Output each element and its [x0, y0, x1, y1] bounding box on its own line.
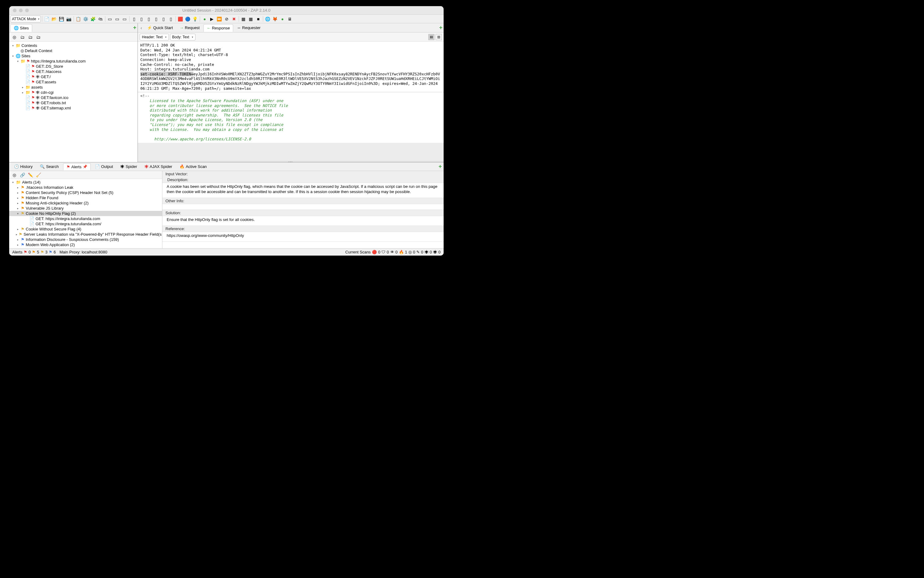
scan-target-icon: ◎ [409, 250, 412, 254]
alert-item[interactable]: ▸⚑ Cookie Without Secure Flag (4) [9, 226, 162, 232]
context-exclude-icon[interactable]: 🗂 [27, 34, 34, 41]
mode-select[interactable]: ATTACK Mode [10, 16, 41, 23]
input-vector-label: Input Vector: [162, 171, 444, 177]
zoom-icon[interactable] [25, 8, 29, 12]
close-icon[interactable] [13, 8, 16, 12]
break-icon[interactable]: ● [201, 16, 208, 23]
tab-sites[interactable]: 🌐 Sites [10, 24, 32, 32]
scan-spider-icon: 🕷 [425, 250, 429, 254]
alert-item[interactable]: ▸⚑ Hidden File Found [9, 195, 162, 200]
reference-text: https://owasp.org/www-community/HttpOnly [162, 232, 444, 242]
flag-yellow-icon: ⚑ [41, 250, 44, 254]
scan-shield-icon: 🛡 [381, 250, 386, 254]
alert-item[interactable]: ▸⚑ Vulnerable JS Library [9, 206, 162, 211]
target-icon[interactable]: ◎ [11, 34, 18, 41]
drop-icon[interactable]: ⊘ [223, 16, 230, 23]
alert-item[interactable]: ▸⚑ Modern Web Application (2) [9, 242, 162, 247]
marketplace-icon[interactable]: 🛍 [97, 16, 104, 23]
tab-search[interactable]: 🔍Search [37, 163, 62, 170]
tab-requester[interactable]: ↔Requester [234, 24, 263, 31]
minimize-icon[interactable] [19, 8, 23, 12]
layout2-icon[interactable]: ▭ [114, 16, 121, 23]
session-properties-icon[interactable]: 📋 [75, 16, 82, 23]
description-label: Description: [162, 177, 444, 183]
bin-icon[interactable]: ✖ [231, 16, 237, 23]
alert-item[interactable]: ▸⚑ Server Leaks Information via "X-Power… [9, 232, 162, 237]
alert-item[interactable]: ▸⚑ .htaccess Information Leak [9, 185, 162, 190]
tab-layout4-icon[interactable]: ▯ [153, 16, 160, 23]
tab-history[interactable]: 🕒History [11, 163, 36, 170]
tab-quick-start[interactable]: ⚡Quick Start [144, 24, 176, 31]
alerts-tree[interactable]: ▾📁 Alerts (14) ▸⚑ .htaccess Information … [9, 179, 162, 248]
tab-active-scan[interactable]: 🔥Active Scan [177, 163, 210, 170]
alert-instance[interactable]: 📄 GET: https://integra.tuturulianda.com/ [9, 221, 162, 226]
tab-layout3-icon[interactable]: ▯ [146, 16, 152, 23]
tab-spider[interactable]: 🕷Spider [117, 163, 140, 170]
main-toolbar: ATTACK Mode 📄 📂 💾 📷 📋 ⚙️ 🧩 🛍 ▭ ▭ ▭ ▯ ▯ ▯… [9, 15, 444, 23]
toggle1-icon[interactable]: ▦ [240, 16, 247, 23]
layout3-icon[interactable]: ▭ [121, 16, 128, 23]
options-icon[interactable]: ⚙️ [83, 16, 89, 23]
step-icon[interactable]: ▶ [209, 16, 216, 23]
tab-alerts[interactable]: ⚑Alerts📌 [63, 163, 91, 170]
continue-icon[interactable]: ⏩ [216, 16, 223, 23]
titlebar: Untitled Session - 20240124-100504 - ZAP… [9, 6, 444, 15]
status-bar: Alerts ⚑0 ⚑5 ⚑3 ⚑6 Main Proxy: localhost… [9, 248, 444, 256]
add-right-tab-icon[interactable]: + [439, 24, 443, 31]
window-controls [13, 8, 29, 12]
splitter[interactable] [138, 161, 444, 162]
alerts-edit-icon[interactable]: ✏️ [27, 172, 34, 179]
flag-red-icon: ⚑ [24, 250, 27, 254]
split-view-icon[interactable]: ▤ [428, 34, 434, 40]
tab-layout1-icon[interactable]: ▯ [131, 16, 138, 23]
alert-item[interactable]: ▸⚑ Information Disclosure - Suspicious C… [9, 237, 162, 242]
hide-tab-icon[interactable]: 🔵 [185, 16, 191, 23]
add-tab-icon[interactable]: + [133, 24, 136, 31]
add-bottom-tab-icon[interactable]: + [438, 163, 442, 170]
alerts-tree-pane: ◎ 🔗 ✏️ 🧹 ▾📁 Alerts (14) ▸⚑ .htaccess Inf… [9, 171, 162, 248]
body-view-select[interactable]: Body: Text [170, 34, 196, 41]
tab-request[interactable]: →Request [177, 24, 203, 31]
sites-tree[interactable]: ▾📁 Contexts ◎ Default Context ▾🌐 Sites ▾… [9, 42, 138, 162]
open-session-icon[interactable]: 📂 [51, 16, 58, 23]
tab-layout6-icon[interactable]: ▯ [168, 16, 174, 23]
show-tab-icon[interactable]: 🟥 [177, 16, 184, 23]
addons-icon[interactable]: 🧩 [90, 16, 97, 23]
tab-ajax-spider[interactable]: 🕷AJAX Spider [141, 163, 175, 170]
toggle2-icon[interactable]: ▦ [248, 16, 254, 23]
hint-icon[interactable]: 💡 [192, 16, 199, 23]
current-scans-label: Current Scans [345, 250, 371, 254]
bottom-panes: 🕒History 🔍Search ⚑Alerts📌 📄Output 🕷Spide… [9, 162, 444, 248]
browser-chrome-icon[interactable]: 🌐 [264, 16, 271, 23]
context-include-icon[interactable]: 🗂 [19, 34, 26, 41]
snapshot-icon[interactable]: 📷 [66, 16, 72, 23]
sites-pane: 🌐 Sites + ◎ 🗂 🗂 🗂 ▾📁 Contexts ◎ Default … [9, 23, 138, 162]
alert-item[interactable]: ▸⚑ Missing Anti-clickjacking Header (2) [9, 200, 162, 206]
window-title: Untitled Session - 20240124-100504 - ZAP… [9, 8, 444, 13]
browser-firefox-icon[interactable]: 🦊 [272, 16, 279, 23]
alert-item[interactable]: ▾⚑ Cookie No HttpOnly Flag (2) [9, 211, 162, 216]
response-body[interactable]: <!-- Licensed to the Apache Software Fou… [138, 92, 444, 143]
alerts-filter-icon[interactable]: 🧹 [35, 172, 42, 179]
layout1-icon[interactable]: ▭ [107, 16, 113, 23]
scan-eye-icon: 👁 [390, 250, 394, 254]
tab-layout2-icon[interactable]: ▯ [138, 16, 145, 23]
globe-icon: 🌐 [14, 26, 19, 30]
monitor-icon[interactable]: 🖥 [287, 16, 293, 23]
context-scope-icon[interactable]: 🗂 [35, 34, 42, 41]
record-icon[interactable]: ● [279, 16, 286, 23]
header-view-select[interactable]: Header: Text [140, 34, 169, 41]
combined-view-icon[interactable]: ▥ [436, 34, 442, 40]
alert-item[interactable]: ▸⚑ Content Security Policy (CSP) Header … [9, 190, 162, 195]
chevron-left-icon[interactable]: ‹ [139, 26, 143, 30]
tab-layout5-icon[interactable]: ▯ [160, 16, 167, 23]
alerts-link-icon[interactable]: 🔗 [19, 172, 26, 179]
alerts-target-icon[interactable]: ◎ [11, 172, 18, 179]
alert-instance[interactable]: 📄 GET: https://integra.tuturulianda.com [9, 216, 162, 221]
tab-output[interactable]: 📄Output [92, 163, 116, 170]
new-session-icon[interactable]: 📄 [44, 16, 50, 23]
forced-user-icon[interactable]: ■ [255, 16, 262, 23]
tab-response[interactable]: ←Response [203, 24, 233, 32]
response-headers[interactable]: HTTP/1.1 200 OK Date: Wed, 24 Jan 2024 0… [138, 42, 444, 92]
save-session-icon[interactable]: 💾 [58, 16, 65, 23]
